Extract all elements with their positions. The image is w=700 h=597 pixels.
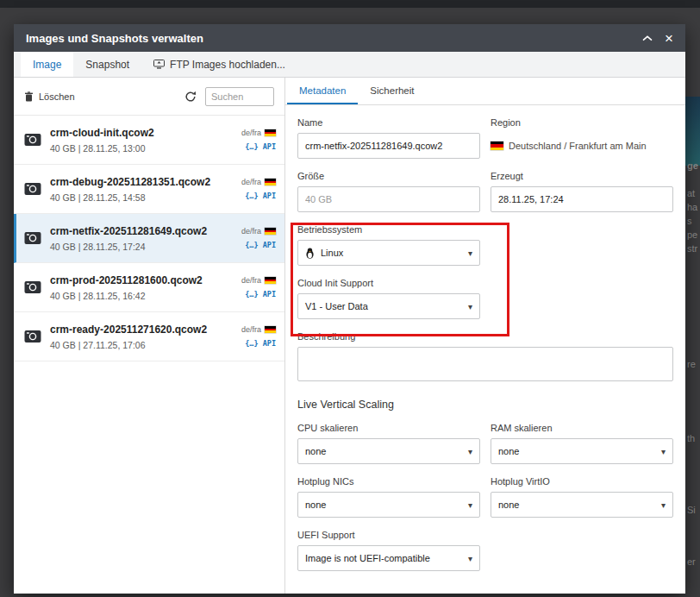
refresh-icon bbox=[184, 91, 197, 103]
list-item[interactable]: crm-prod-202511281600.qcow2 40 GB | 28.1… bbox=[14, 263, 284, 312]
tab-sicherheit[interactable]: Sicherheit bbox=[358, 78, 426, 104]
image-name: crm-prod-202511281600.qcow2 bbox=[50, 274, 241, 286]
os-field-group: Betriebssystem Linux ▾ bbox=[297, 224, 480, 266]
image-meta: 40 GB | 28.11.25, 17:24 bbox=[50, 242, 241, 252]
list-item[interactable]: crm-debug-202511281351.qcow2 40 GB | 28.… bbox=[14, 165, 284, 214]
german-flag-icon bbox=[265, 277, 276, 284]
os-select[interactable]: Linux ▾ bbox=[297, 240, 480, 266]
background-image-edge bbox=[685, 97, 700, 166]
ram-field-group: RAM skalieren none ▾ bbox=[491, 423, 673, 464]
region-field-group: Region Deutschland / Frankfurt am Main bbox=[491, 117, 673, 159]
background-topbar bbox=[0, 0, 700, 8]
close-icon: × bbox=[665, 31, 673, 46]
api-badge[interactable]: {…} API bbox=[245, 192, 276, 200]
modal-header: Images und Snapshots verwalten × bbox=[14, 24, 685, 52]
ram-select[interactable]: none ▾ bbox=[491, 438, 673, 464]
os-value: Linux bbox=[321, 248, 343, 258]
description-label: Beschreibung bbox=[297, 331, 673, 342]
chevron-down-icon: ▾ bbox=[661, 500, 666, 510]
size-field-group: Größe bbox=[297, 171, 480, 212]
created-label: Erzeugt bbox=[491, 171, 673, 181]
detail-tab-bar: Metadaten Sicherheit bbox=[285, 78, 685, 105]
description-textarea[interactable] bbox=[297, 347, 673, 381]
region-value: Deutschland / Frankfurt am Main bbox=[491, 133, 673, 159]
ftp-upload-icon bbox=[153, 60, 165, 69]
image-icon bbox=[24, 330, 41, 343]
list-toolbar: Löschen bbox=[14, 78, 284, 116]
image-region-label: de/fra bbox=[241, 276, 276, 285]
chevron-down-icon: ▾ bbox=[468, 447, 472, 456]
uefi-label: UEFI Support bbox=[297, 530, 480, 540]
cpu-label: CPU skalieren bbox=[297, 423, 480, 433]
description-field-group: Beschreibung bbox=[297, 331, 673, 385]
virtio-select[interactable]: none ▾ bbox=[491, 492, 673, 518]
trash-icon bbox=[24, 91, 34, 102]
image-region-label: de/fra bbox=[241, 129, 276, 137]
virtio-label: Hotplug VirtIO bbox=[491, 476, 673, 487]
live-vertical-scaling-heading: Live Vertical Scaling bbox=[297, 399, 673, 411]
chevron-down-icon: ▾ bbox=[661, 447, 666, 456]
background-text-fragment: th bbox=[687, 433, 700, 443]
linux-penguin-icon bbox=[305, 248, 315, 259]
search-input[interactable] bbox=[205, 87, 274, 106]
size-label: Größe bbox=[297, 171, 480, 181]
image-meta: 40 GB | 28.11.25, 16:42 bbox=[50, 291, 241, 301]
image-name: crm-cloud-init.qcow2 bbox=[50, 127, 241, 139]
size-input bbox=[297, 186, 480, 212]
ram-value: none bbox=[498, 446, 519, 456]
modal-title: Images und Snapshots verwalten bbox=[26, 32, 630, 45]
list-item[interactable]: crm-ready-202511271620.qcow2 40 GB | 27.… bbox=[14, 312, 284, 361]
chevron-down-icon: ▾ bbox=[468, 554, 472, 563]
image-name: crm-netfix-202511281649.qcow2 bbox=[50, 225, 241, 237]
image-meta: 40 GB | 27.11.25, 17:06 bbox=[50, 340, 241, 350]
list-item[interactable]: crm-cloud-init.qcow2 40 GB | 28.11.25, 1… bbox=[14, 116, 284, 165]
background-text-fragment: er bbox=[687, 556, 700, 567]
cloudinit-select[interactable]: V1 - User Data ▾ bbox=[297, 293, 480, 319]
api-badge[interactable]: {…} API bbox=[245, 290, 276, 298]
background-text-fragment: at bbox=[687, 188, 700, 198]
german-flag-icon bbox=[265, 129, 276, 136]
name-label: Name bbox=[297, 117, 480, 128]
nics-field-group: Hotplug NICs none ▾ bbox=[297, 476, 480, 518]
tab-snapshot[interactable]: Snapshot bbox=[73, 52, 141, 77]
name-input[interactable] bbox=[297, 133, 480, 159]
cloudinit-label: Cloud Init Support bbox=[297, 278, 480, 288]
background-text-fragment: str bbox=[687, 243, 700, 254]
uefi-select[interactable]: Image is not UEFI-compatible ▾ bbox=[297, 545, 480, 571]
delete-button[interactable]: Löschen bbox=[24, 91, 75, 102]
cloudinit-field-group: Cloud Init Support V1 - User Data ▾ bbox=[297, 278, 480, 319]
cpu-select[interactable]: none ▾ bbox=[297, 438, 480, 464]
image-name: crm-ready-202511271620.qcow2 bbox=[50, 324, 241, 336]
image-name: crm-debug-202511281351.qcow2 bbox=[50, 176, 241, 188]
detail-panel: Metadaten Sicherheit Name Region Deutsch… bbox=[285, 78, 685, 594]
collapse-button[interactable] bbox=[642, 35, 653, 41]
api-badge[interactable]: {…} API bbox=[245, 241, 276, 249]
virtio-value: none bbox=[498, 500, 519, 510]
tab-metadaten[interactable]: Metadaten bbox=[287, 78, 358, 104]
list-item-selected[interactable]: crm-netfix-202511281649.qcow2 40 GB | 28… bbox=[14, 214, 284, 263]
images-snapshots-modal: Images und Snapshots verwalten × Image S… bbox=[14, 24, 685, 594]
image-list: crm-cloud-init.qcow2 40 GB | 28.11.25, 1… bbox=[14, 116, 284, 594]
background-text-fragment: ha bbox=[687, 202, 700, 212]
german-flag-icon bbox=[491, 141, 503, 150]
created-input[interactable] bbox=[491, 186, 673, 212]
refresh-button[interactable] bbox=[184, 91, 197, 103]
chevron-down-icon: ▾ bbox=[468, 248, 472, 258]
german-flag-icon bbox=[265, 228, 276, 235]
chevron-down-icon: ▾ bbox=[468, 302, 472, 311]
close-button[interactable]: × bbox=[665, 31, 673, 46]
nics-select[interactable]: none ▾ bbox=[297, 492, 480, 518]
api-badge[interactable]: {…} API bbox=[245, 142, 276, 151]
tab-ftp-upload[interactable]: FTP Images hochladen... bbox=[141, 52, 297, 77]
tab-image[interactable]: Image bbox=[21, 52, 73, 77]
region-label: Region bbox=[491, 117, 673, 128]
ram-label: RAM skalieren bbox=[491, 423, 673, 433]
image-icon bbox=[24, 133, 41, 147]
nics-value: none bbox=[305, 500, 326, 510]
image-region-label: de/fra bbox=[241, 178, 276, 186]
background-text-fragment: re bbox=[687, 359, 700, 369]
image-icon bbox=[24, 231, 41, 245]
german-flag-icon bbox=[265, 179, 276, 185]
image-list-panel: Löschen crm-cloud-init.qcow2 bbox=[14, 78, 285, 594]
api-badge[interactable]: {…} API bbox=[245, 339, 276, 348]
